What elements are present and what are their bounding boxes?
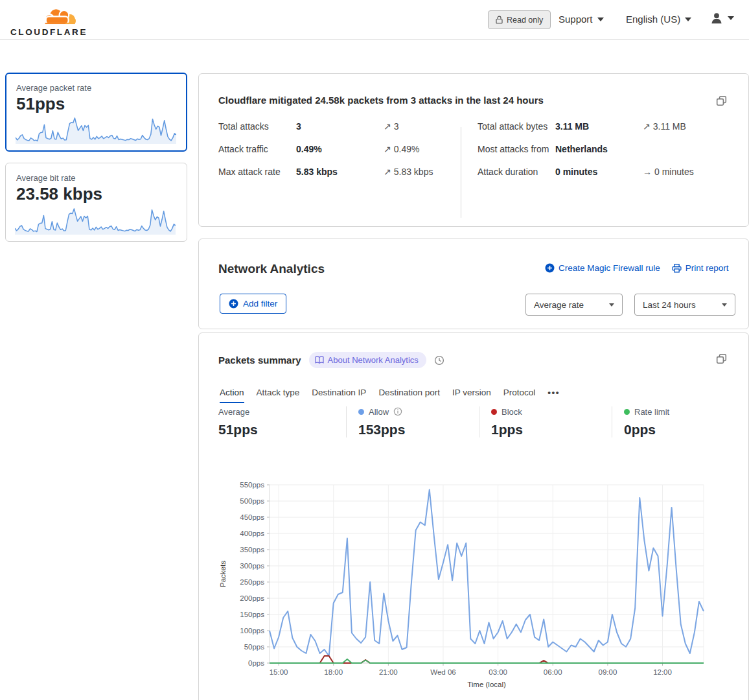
stat-label: Allow (369, 407, 389, 417)
time-range-value: Last 24 hours (643, 300, 696, 310)
language-menu[interactable]: English (US) (626, 14, 691, 25)
stat-label-row: Average (218, 406, 346, 417)
summary-row: Most attacks fromNetherlands (478, 142, 737, 158)
stat-rate-limit: Rate limit0pps (612, 406, 744, 438)
attack-stats-left: Total attacks3↗3Attack traffic0.49%↗0.49… (218, 119, 458, 187)
svg-text:150pps: 150pps (240, 611, 264, 618)
create-magic-firewall-rule-link[interactable]: Create Magic Firewall rule (545, 263, 660, 273)
add-filter-label: Add filter (243, 299, 277, 309)
packets-time-series-chart: 0pps50pps100pps150pps200pps250pps300pps3… (199, 478, 749, 699)
section-title: Network Analytics (218, 262, 325, 276)
svg-text:550pps: 550pps (240, 481, 264, 489)
summary-row-trend: ↗5.83 kbps (384, 165, 458, 180)
print-report-link[interactable]: Print report (672, 263, 729, 273)
series-stats-row: Average51ppsAllow153ppsBlock1ppsRate lim… (218, 406, 744, 438)
tab-destination-port[interactable]: Destination port (378, 388, 440, 403)
metric-title: Average packet rate (16, 83, 176, 93)
trend-arrow-icon: ↗ (384, 121, 391, 132)
svg-text:Wed 06: Wed 06 (430, 668, 455, 676)
summary-row-value: 3 (296, 119, 384, 135)
summary-row: Attack duration0 minutes→0 minutes (478, 165, 737, 180)
chevron-down-icon (728, 16, 734, 20)
tab-protocol[interactable]: Protocol (503, 388, 536, 403)
summary-row-label: Total attack bytes (478, 119, 555, 135)
stat-label: Block (501, 407, 522, 417)
packets-chart[interactable]: 0pps50pps100pps150pps200pps250pps300pps3… (199, 478, 749, 699)
chevron-down-icon (722, 303, 727, 307)
summary-row: Max attack rate5.83 kbps↗5.83 kbps (218, 165, 458, 180)
plus-circle-icon (545, 263, 555, 273)
trend-arrow-icon: ↗ (384, 167, 391, 177)
printer-icon (672, 264, 682, 273)
metric-card-packet-rate[interactable]: Average packet rate 51pps (5, 73, 187, 152)
stat-value: 0pps (624, 422, 744, 438)
clock-icon[interactable] (434, 355, 444, 366)
metric-select[interactable]: Average rate (525, 294, 623, 316)
top-header: CLOUDFLARE Read only Support English (US… (0, 0, 749, 40)
na-links: Create Magic Firewall rule Print report (545, 263, 729, 273)
time-range-select[interactable]: Last 24 hours (634, 294, 735, 316)
metric-value: 23.58 kbps (16, 184, 176, 204)
svg-text:0pps: 0pps (248, 659, 264, 667)
svg-text:18:00: 18:00 (324, 668, 343, 676)
plus-circle-icon (229, 299, 238, 309)
svg-text:50pps: 50pps (244, 643, 265, 651)
account-menu[interactable] (710, 12, 734, 25)
add-filter-button[interactable]: Add filter (220, 294, 286, 314)
packets-summary-card: Packets summary About Network Analytics … (198, 332, 749, 700)
about-network-analytics-badge[interactable]: About Network Analytics (309, 352, 426, 368)
summary-row: Total attacks3↗3 (218, 119, 458, 135)
stat-label: Rate limit (634, 407, 669, 417)
user-icon (710, 12, 723, 25)
stat-value: 51pps (218, 422, 346, 438)
stat-allow: Allow153pps (346, 406, 479, 438)
metric-card-bit-rate[interactable]: Average bit rate 23.58 kbps (5, 163, 187, 242)
summary-row-label: Most attacks from (478, 142, 555, 158)
cloudflare-cloud-icon (41, 5, 79, 29)
read-only-label: Read only (507, 16, 543, 25)
copy-icon[interactable] (716, 95, 727, 106)
svg-text:100pps: 100pps (240, 627, 264, 635)
svg-text:21:00: 21:00 (379, 668, 398, 676)
attack-summary-card: Cloudflare mitigated 24.58k packets from… (198, 73, 749, 227)
copy-icon[interactable] (716, 353, 727, 364)
svg-text:09:00: 09:00 (599, 668, 617, 676)
series-color-dot (491, 409, 497, 415)
chevron-down-icon (609, 303, 614, 307)
svg-text:450pps: 450pps (240, 513, 264, 521)
tab-attack-type[interactable]: Attack type (257, 388, 300, 403)
summary-row-value: 5.83 kbps (296, 165, 384, 180)
stat-average: Average51pps (218, 406, 346, 438)
svg-text:500pps: 500pps (240, 497, 264, 505)
svg-text:12:00: 12:00 (653, 668, 672, 676)
dimension-tabs: ActionAttack typeDestination IPDestinati… (220, 388, 560, 403)
stat-label-row: Block (491, 406, 612, 417)
trend-arrow-icon: ↗ (643, 121, 651, 132)
summary-row-trend: →0 minutes (643, 165, 737, 180)
svg-text:350pps: 350pps (240, 546, 264, 554)
lock-icon (496, 16, 503, 24)
tab-ip-version[interactable]: IP version (452, 388, 491, 403)
svg-text:200pps: 200pps (240, 594, 264, 602)
bit-rate-sparkline (15, 205, 176, 236)
network-analytics-card: Network Analytics Create Magic Firewall … (198, 239, 749, 329)
cloudflare-wordmark: CLOUDFLARE (10, 27, 87, 37)
support-menu[interactable]: Support (559, 14, 604, 25)
stat-value: 1pps (491, 422, 612, 438)
summary-row: Total attack bytes3.11 MB↗3.11 MB (478, 119, 737, 135)
cloudflare-logo[interactable]: CLOUDFLARE (10, 4, 82, 35)
stat-label-row: Rate limit (624, 406, 744, 417)
book-icon (315, 356, 324, 364)
metric-title: Average bit rate (16, 173, 176, 183)
summary-row-label: Total attacks (218, 119, 296, 135)
info-icon[interactable] (393, 407, 402, 416)
tabs-overflow-button[interactable]: ••• (547, 388, 560, 403)
tab-destination-ip[interactable]: Destination IP (312, 388, 366, 403)
tab-action[interactable]: Action (220, 388, 244, 403)
summary-row-label: Attack duration (478, 165, 555, 180)
summary-row-value: 0.49% (296, 142, 384, 158)
cloudflare-dashboard: CLOUDFLARE Read only Support English (US… (0, 0, 749, 700)
svg-text:Time (local): Time (local) (467, 681, 506, 688)
create-rule-label: Create Magic Firewall rule (559, 263, 660, 273)
metric-select-value: Average rate (534, 300, 584, 310)
